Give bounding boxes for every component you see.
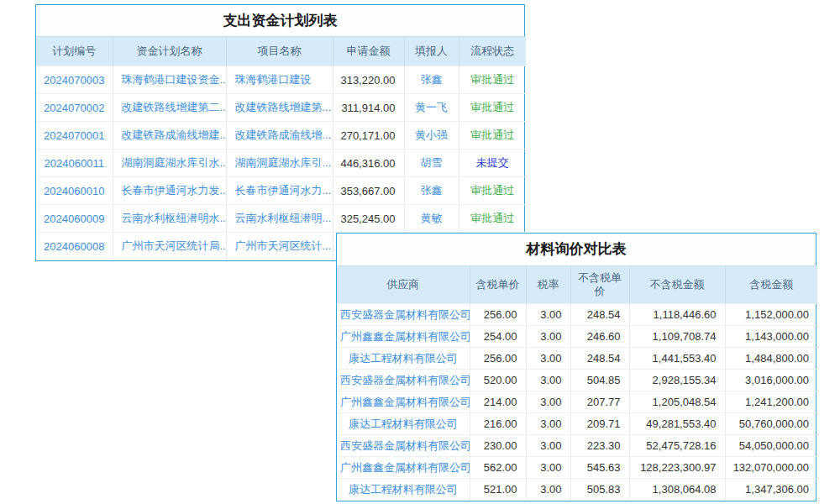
expense-table-title: 支出资金计划列表 bbox=[36, 5, 524, 36]
column-header-amount-no-tax: 不含税金额 bbox=[629, 266, 725, 304]
expense-fund-plan-list-card: 支出资金计划列表 计划编号 资金计划名称 项目名称 申请金额 填报人 流程状态 bbox=[35, 4, 525, 261]
unit-price-tax-cell: 562.00 bbox=[470, 457, 526, 479]
supplier-cell[interactable]: 西安盛器金属材料有限公司 bbox=[337, 304, 470, 326]
unit-price-no-tax-cell: 223.30 bbox=[570, 435, 629, 457]
plan-id-cell[interactable]: 2024070002 bbox=[36, 94, 113, 122]
supplier-cell[interactable]: 康达工程材料有限公司 bbox=[337, 413, 470, 435]
tax-rate-cell: 3.00 bbox=[526, 479, 570, 501]
unit-price-no-tax-cell: 248.54 bbox=[570, 304, 629, 326]
supplier-cell[interactable]: 广州鑫鑫金属材料有限公司 bbox=[337, 457, 470, 479]
plan-name-cell[interactable]: 广州市天河区统计局... bbox=[113, 233, 226, 260]
amount-no-tax-cell: 52,475,728.16 bbox=[629, 435, 725, 457]
supplier-cell[interactable]: 康达工程材料有限公司 bbox=[337, 479, 470, 501]
tax-rate-cell: 3.00 bbox=[526, 304, 570, 326]
unit-price-no-tax-cell: 504.85 bbox=[570, 370, 629, 391]
plan-id-cell[interactable]: 2024060008 bbox=[36, 233, 113, 260]
amount-no-tax-cell: 1,109,708.74 bbox=[629, 326, 725, 348]
supplier-cell[interactable]: 广州鑫鑫金属材料有限公司 bbox=[337, 326, 470, 348]
unit-price-tax-cell: 230.00 bbox=[470, 435, 526, 457]
supplier-cell[interactable]: 广州鑫鑫金属材料有限公司 bbox=[337, 391, 470, 413]
plan-name-cell[interactable]: 改建铁路线增建第二... bbox=[113, 94, 226, 122]
project-name-cell[interactable]: 珠海鹤港口建设 bbox=[226, 66, 333, 94]
plan-name-cell[interactable]: 珠海鹤港口建设资金... bbox=[113, 66, 226, 94]
column-header-project-name: 项目名称 bbox=[226, 37, 333, 66]
amount-no-tax-cell: 49,281,553.40 bbox=[629, 413, 725, 435]
inquiry-table-row[interactable]: 康达工程材料有限公司 216.00 3.00 209.71 49,281,553… bbox=[337, 413, 817, 435]
amount-cell: 270,171.00 bbox=[333, 122, 404, 150]
status-cell: 审批通过 bbox=[459, 177, 526, 205]
tax-rate-cell: 3.00 bbox=[526, 391, 570, 413]
plan-name-cell[interactable]: 长春市伊通河水力发... bbox=[113, 177, 226, 205]
project-name-cell[interactable]: 湖南洞庭湖水库引... bbox=[226, 150, 333, 177]
unit-price-no-tax-cell: 207.77 bbox=[570, 391, 629, 413]
expense-table-row[interactable]: 2024070002 改建铁路线增建第二... 改建铁路线增建第... 311,… bbox=[36, 94, 526, 122]
material-inquiry-comparison-card: 材料询价对比表 供应商 含税单价 税率 不含税单价 不含税金额 含税金额 bbox=[336, 233, 816, 501]
plan-id-cell[interactable]: 2024060010 bbox=[36, 177, 113, 205]
amount-no-tax-cell: 1,118,446.60 bbox=[629, 304, 725, 326]
inquiry-table-row[interactable]: 广州鑫鑫金属材料有限公司 254.00 3.00 246.60 1,109,70… bbox=[337, 326, 817, 348]
amount-cell: 325,245.00 bbox=[333, 205, 404, 233]
column-header-supplier: 供应商 bbox=[337, 266, 470, 304]
unit-price-no-tax-cell: 248.54 bbox=[570, 348, 629, 370]
plan-id-cell[interactable]: 2024060009 bbox=[36, 205, 113, 233]
unit-price-tax-cell: 521.00 bbox=[470, 479, 526, 501]
column-header-unit-price-tax: 含税单价 bbox=[470, 266, 526, 304]
inquiry-table: 供应商 含税单价 税率 不含税单价 不含税金额 含税金额 西安盛器金属材料有限公… bbox=[337, 265, 817, 501]
inquiry-table-row[interactable]: 广州鑫鑫金属材料有限公司 214.00 3.00 207.77 1,205,04… bbox=[337, 391, 817, 413]
inquiry-table-row[interactable]: 西安盛器金属材料有限公司 520.00 3.00 504.85 2,928,15… bbox=[337, 370, 817, 391]
amount-cell: 353,667.00 bbox=[333, 177, 404, 205]
project-name-cell[interactable]: 广州市天河区统计... bbox=[226, 233, 333, 260]
plan-name-cell[interactable]: 改建铁路成渝线增建... bbox=[113, 122, 226, 150]
project-name-cell[interactable]: 改建铁路线增建第... bbox=[226, 94, 333, 122]
project-name-cell[interactable]: 改建铁路成渝线增... bbox=[226, 122, 333, 150]
supplier-cell[interactable]: 西安盛器金属材料有限公司 bbox=[337, 370, 470, 391]
inquiry-table-row[interactable]: 康达工程材料有限公司 256.00 3.00 248.54 1,441,553.… bbox=[337, 348, 817, 370]
project-name-cell[interactable]: 长春市伊通河水力... bbox=[226, 177, 333, 205]
tax-rate-cell: 3.00 bbox=[526, 370, 570, 391]
page-background: 支出资金计划列表 计划编号 资金计划名称 项目名称 申请金额 填报人 流程状态 bbox=[0, 0, 840, 504]
unit-price-no-tax-cell: 505.83 bbox=[570, 479, 629, 501]
tax-rate-cell: 3.00 bbox=[526, 326, 570, 348]
inquiry-table-row[interactable]: 西安盛器金属材料有限公司 256.00 3.00 248.54 1,118,44… bbox=[337, 304, 817, 326]
plan-id-cell[interactable]: 2024060011 bbox=[36, 150, 113, 177]
amount-tax-cell: 54,050,000.00 bbox=[725, 435, 817, 457]
inquiry-table-row[interactable]: 西安盛器金属材料有限公司 230.00 3.00 223.30 52,475,7… bbox=[337, 435, 817, 457]
expense-table-row[interactable]: 2024060009 云南水利枢纽潜明水... 云南水利枢纽潜明... 325,… bbox=[36, 205, 526, 233]
unit-price-tax-cell: 256.00 bbox=[470, 304, 526, 326]
expense-table-row[interactable]: 2024070003 珠海鹤港口建设资金... 珠海鹤港口建设 313,220.… bbox=[36, 66, 526, 94]
amount-tax-cell: 132,070,000.00 bbox=[725, 457, 817, 479]
unit-price-tax-cell: 216.00 bbox=[470, 413, 526, 435]
reporter-cell: 黄小强 bbox=[404, 122, 459, 150]
supplier-cell[interactable]: 康达工程材料有限公司 bbox=[337, 348, 470, 370]
reporter-cell: 黄敏 bbox=[404, 205, 459, 233]
unit-price-no-tax-cell: 545.63 bbox=[570, 457, 629, 479]
amount-no-tax-cell: 1,308,064.08 bbox=[629, 479, 725, 501]
supplier-cell[interactable]: 西安盛器金属材料有限公司 bbox=[337, 435, 470, 457]
expense-table-row[interactable]: 2024060011 湖南洞庭湖水库引水... 湖南洞庭湖水库引... 446,… bbox=[36, 150, 526, 177]
project-name-cell[interactable]: 云南水利枢纽潜明... bbox=[226, 205, 333, 233]
tax-rate-cell: 3.00 bbox=[526, 435, 570, 457]
plan-id-cell[interactable]: 2024070003 bbox=[36, 66, 113, 94]
amount-tax-cell: 50,760,000.00 bbox=[725, 413, 817, 435]
inquiry-table-row[interactable]: 康达工程材料有限公司 521.00 3.00 505.83 1,308,064.… bbox=[337, 479, 817, 501]
column-header-unit-price-no-tax: 不含税单价 bbox=[570, 266, 629, 304]
column-header-reporter: 填报人 bbox=[404, 37, 459, 66]
tax-rate-cell: 3.00 bbox=[526, 413, 570, 435]
amount-tax-cell: 1,484,800.00 bbox=[725, 348, 817, 370]
inquiry-table-row[interactable]: 广州鑫鑫金属材料有限公司 562.00 3.00 545.63 128,223,… bbox=[337, 457, 817, 479]
reporter-cell: 胡雪 bbox=[404, 150, 459, 177]
amount-no-tax-cell: 1,441,553.40 bbox=[629, 348, 725, 370]
amount-cell: 446,316.00 bbox=[333, 150, 404, 177]
plan-name-cell[interactable]: 湖南洞庭湖水库引水... bbox=[113, 150, 226, 177]
inquiry-table-title: 材料询价对比表 bbox=[337, 234, 816, 265]
inquiry-table-header-row: 供应商 含税单价 税率 不含税单价 不含税金额 含税金额 bbox=[337, 266, 817, 304]
plan-name-cell[interactable]: 云南水利枢纽潜明水... bbox=[113, 205, 226, 233]
plan-id-cell[interactable]: 2024070001 bbox=[36, 122, 113, 150]
expense-table-row[interactable]: 2024060010 长春市伊通河水力发... 长春市伊通河水力... 353,… bbox=[36, 177, 526, 205]
amount-tax-cell: 1,241,200.00 bbox=[725, 391, 817, 413]
reporter-cell: 张鑫 bbox=[404, 66, 459, 94]
column-header-tax-rate: 税率 bbox=[526, 266, 570, 304]
amount-tax-cell: 1,347,306.00 bbox=[725, 479, 817, 501]
column-header-plan-id: 计划编号 bbox=[36, 37, 113, 66]
expense-table-row[interactable]: 2024070001 改建铁路成渝线增建... 改建铁路成渝线增... 270,… bbox=[36, 122, 526, 150]
